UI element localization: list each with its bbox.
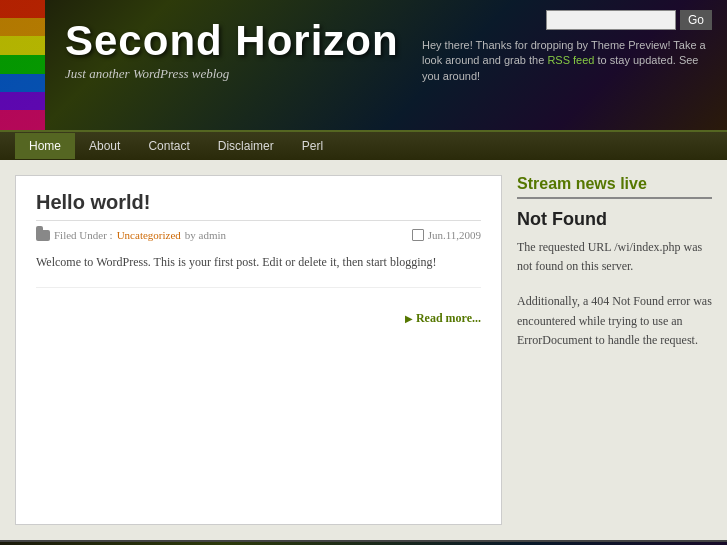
header-message: Hey there! Thanks for dropping by Theme … (422, 38, 712, 84)
nav-item-about[interactable]: About (75, 133, 134, 159)
sidebar: Stream news live Not Found The requested… (517, 175, 712, 525)
meta-prefix: Filed Under : (54, 229, 113, 241)
nav-item-disclaimer[interactable]: Disclaimer (204, 133, 288, 159)
post-title: Hello world! (36, 191, 481, 221)
not-found-title: Not Found (517, 209, 712, 230)
nav-item-perl[interactable]: Perl (288, 133, 337, 159)
read-more: Read more... (36, 303, 481, 326)
not-found-extra: Additionally, a 404 Not Found error was … (517, 292, 712, 350)
post-meta: Filed Under : Uncategorized by admin Jun… (36, 229, 481, 241)
nav-item-home[interactable]: Home (15, 133, 75, 159)
footer: Copyright © 2009 Second Horizon | Powere… (0, 540, 727, 545)
navigation: Home About Contact Disclaimer Perl (0, 130, 727, 160)
post-content: Welcome to WordPress. This is your first… (36, 253, 481, 288)
calendar-icon (412, 229, 424, 241)
main-content: Hello world! Filed Under : Uncategorized… (0, 160, 727, 540)
content-area: Hello world! Filed Under : Uncategorized… (15, 175, 502, 525)
post-date: Jun.11,2009 (412, 229, 481, 241)
widget-title: Stream news live (517, 175, 712, 199)
sidebar-widget: Stream news live Not Found The requested… (517, 175, 712, 350)
header: Go Second Horizon Just another WordPress… (0, 0, 727, 130)
rss-link[interactable]: RSS feed (547, 54, 594, 66)
folder-icon (36, 230, 50, 241)
not-found-text: The requested URL /wi/index.php was not … (517, 238, 712, 276)
read-more-link[interactable]: Read more... (416, 311, 481, 325)
meta-by: by admin (185, 229, 226, 241)
category-link[interactable]: Uncategorized (117, 229, 181, 241)
nav-item-contact[interactable]: Contact (134, 133, 203, 159)
